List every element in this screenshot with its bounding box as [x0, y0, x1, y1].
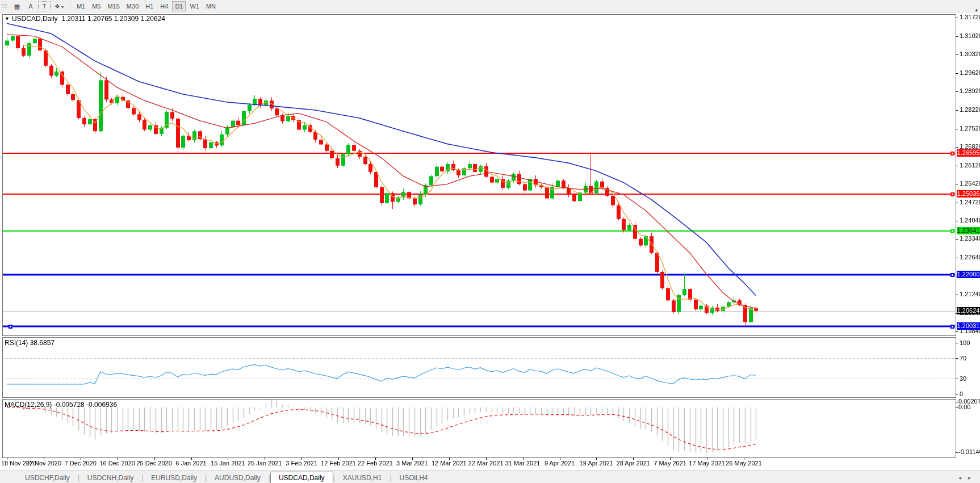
price-line-tag: 1.20624	[957, 307, 980, 314]
timeframe-button-m15[interactable]: M15	[104, 1, 122, 11]
timeframe-button-w1[interactable]: W1	[187, 1, 202, 11]
price-line-tag: 1.20031	[957, 322, 980, 330]
price-line-tag: 1.23641	[957, 227, 980, 234]
date-axis-label: 15 Jan 2021	[211, 460, 245, 467]
date-axis-label: 25 Dec 2020	[136, 460, 171, 467]
date-axis-label: 7 Dec 2020	[65, 460, 97, 467]
price-tick-label: 1.30320	[960, 51, 980, 57]
price-tick-label: 1.28220	[960, 106, 980, 113]
timeframe-button-m30[interactable]: M30	[124, 1, 141, 11]
date-axis-label: 19 Apr 2021	[580, 460, 613, 467]
date-axis-label: 12 Feb 2021	[321, 460, 356, 467]
timeframe-button-m1[interactable]: M1	[74, 1, 88, 11]
metatrader-window: ⠿⠿ ▦ A T ❖▾ M1M5M15M30H1H4D1W1MN ▴ ▼USDC…	[0, 0, 980, 483]
date-axis-label: 22 Mar 2021	[468, 460, 504, 467]
timeframe-button-h1[interactable]: H1	[143, 1, 156, 11]
chart-tab-usoil[interactable]: USOil,H4	[392, 473, 436, 483]
date-axis-label: 22 Feb 2021	[358, 460, 393, 467]
tab-scroll-left-icon[interactable]: ◂	[955, 474, 965, 481]
chart-tab-xauusd[interactable]: XAUUSD,H1	[335, 473, 390, 483]
price-tick-label: 1.25420	[960, 180, 980, 187]
chart-toolbar: ⠿⠿ ▦ A T ❖▾ M1M5M15M30H1H4D1W1MN	[0, 0, 980, 12]
price-tick-label: 1.26120	[960, 162, 980, 169]
chevron-down-icon: ▼	[5, 16, 10, 22]
price-tick-label: 1.23340	[960, 235, 980, 242]
price-tick-label: 1.24720	[960, 199, 980, 205]
date-axis-label: 7 May 2021	[654, 460, 686, 467]
date-axis-label: 6 Jan 2021	[175, 460, 206, 467]
chart-tab-usdcad[interactable]: USDCAD,Daily	[270, 472, 333, 483]
rsi-tick-label: 70	[960, 355, 966, 362]
date-axis-label: 16 Dec 2020	[99, 460, 135, 467]
date-axis-label: 3 Feb 2021	[286, 460, 317, 467]
price-tick-label: 1.28920	[960, 87, 980, 94]
toolbar-grip-icon[interactable]: ⠿⠿	[1, 2, 7, 10]
tab-group: USDCHF,Daily|USDCNH,Daily|EURUSD,Daily|A…	[17, 472, 436, 483]
chart-ohlc-values: 1.20311 1.20765 1.20309 1.20624	[61, 15, 165, 23]
price-tick-label: 1.21240	[960, 291, 980, 297]
chart-tab-audusd[interactable]: AUDUSD,Daily	[207, 473, 269, 483]
date-axis-label: 28 Apr 2021	[617, 460, 650, 467]
timeframe-button-h4[interactable]: H4	[157, 1, 171, 11]
toolbar-separator	[70, 2, 70, 11]
objects-icon: ❖	[55, 3, 60, 10]
date-axis-label: 9 Apr 2021	[545, 460, 575, 467]
chart-symbol-header[interactable]: ▼USDCAD,Daily 1.20311 1.20765 1.20309 1.…	[5, 15, 165, 23]
text-tool-icon[interactable]: T	[38, 1, 51, 11]
chart-symbol-label: USDCAD,Daily	[12, 15, 58, 23]
macd-indicator-label: MACD(12,26,9) -0.005728 -0.006936	[5, 401, 117, 409]
date-axis-label: 17 May 2021	[689, 460, 725, 467]
objects-button[interactable]: ❖▾	[52, 1, 66, 11]
price-tick-label: 1.31720	[960, 14, 980, 20]
price-line-tag: 1.26595	[957, 149, 980, 157]
timeframe-button-group: M1M5M15M30H1H4D1W1MN	[73, 1, 219, 11]
price-tick-label: 1.31020	[960, 32, 980, 39]
timeframe-button-mn[interactable]: MN	[203, 1, 219, 11]
chart-tab-bar: USDCHF,Daily|USDCNH,Daily|EURUSD,Daily|A…	[0, 470, 980, 483]
price-tick-label: 1.27520	[960, 125, 980, 132]
rsi-indicator-label: RSI(14) 38.6857	[5, 339, 55, 347]
tab-scroll-right-icon[interactable]: ▸	[965, 474, 974, 481]
chart-tab-usdchf[interactable]: USDCHF,Daily	[17, 473, 78, 483]
timeframe-button-m5[interactable]: M5	[89, 1, 103, 11]
price-line-tag: 1.25036	[957, 190, 980, 198]
date-axis-label: 31 Mar 2021	[505, 460, 541, 467]
chart-tab-eurusd[interactable]: EURUSD,Daily	[143, 473, 205, 483]
price-tick-label: 1.29620	[960, 69, 980, 76]
price-line-tag: 1.22000	[957, 271, 980, 278]
rsi-tick-label: 0	[960, 390, 963, 397]
price-chart-canvas[interactable]	[0, 0, 980, 483]
chevron-down-icon: ▾	[61, 5, 64, 10]
macd-tick-label: 0.00	[958, 404, 970, 410]
price-tick-label: 1.22640	[960, 254, 980, 261]
rsi-tick-label: 30	[960, 375, 966, 382]
indicator-window-icon[interactable]: ▦	[11, 1, 23, 11]
price-tick-label: 1.24040	[960, 217, 980, 224]
macd-tick-label: -0.011462	[958, 448, 980, 455]
chart-tab-usdcnh[interactable]: USDCNH,Daily	[79, 473, 141, 483]
timeframe-button-d1[interactable]: D1	[172, 1, 186, 11]
rsi-tick-label: 100	[960, 339, 970, 346]
text-label-icon[interactable]: A	[24, 1, 37, 11]
date-axis-label: 12 Mar 2021	[432, 460, 467, 467]
date-axis-label: 3 Mar 2021	[396, 460, 428, 467]
date-axis-label: 26 May 2021	[726, 460, 762, 467]
tab-nav-arrows: ◂▸	[955, 473, 974, 483]
date-axis-label: 27 Nov 2020	[26, 460, 61, 467]
chart-collapse-icon[interactable]: ▴	[975, 7, 978, 12]
date-axis-label: 25 Jan 2021	[248, 460, 282, 467]
